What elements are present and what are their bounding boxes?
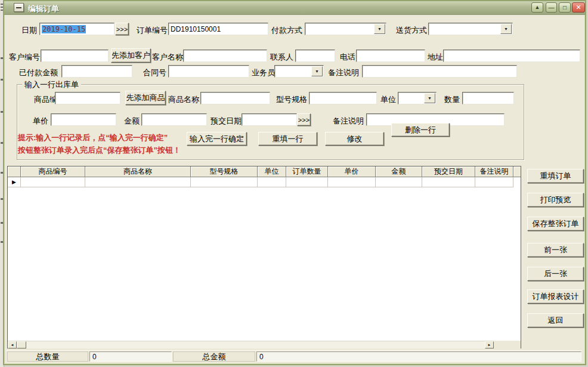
grid-header-unit[interactable]: 单位 bbox=[258, 166, 286, 177]
refill-line-button[interactable]: 重填一行 bbox=[258, 132, 317, 146]
total-amount-value: 0 bbox=[256, 351, 581, 362]
customer-no-input[interactable] bbox=[41, 50, 109, 62]
cell-spec[interactable] bbox=[191, 177, 258, 187]
grid-header-filler bbox=[513, 166, 521, 177]
salesman-label: 业务员 bbox=[252, 67, 275, 78]
remark-input[interactable] bbox=[362, 65, 517, 78]
grid-header-product-name[interactable]: 商品名称 bbox=[85, 166, 191, 177]
add-product-button[interactable]: 先添加商品 bbox=[125, 91, 166, 105]
status-bar: 总数量 0 总金额 0 bbox=[6, 350, 582, 362]
grid-header-product-no[interactable]: 商品编号 bbox=[21, 166, 85, 177]
date-label: 日期 bbox=[21, 25, 37, 36]
amount-label: 金额 bbox=[124, 116, 140, 127]
paid-amount-label: 已付款金额 bbox=[19, 67, 58, 78]
scroll-left-icon[interactable]: ◄ bbox=[8, 341, 17, 349]
customer-no-label: 客户编号 bbox=[9, 52, 40, 63]
cell-product-no[interactable] bbox=[21, 177, 85, 187]
payment-label: 付款方式 bbox=[271, 25, 302, 36]
price-input[interactable] bbox=[51, 113, 116, 126]
cell-product-name[interactable] bbox=[85, 177, 191, 187]
grid-header-price[interactable]: 单价 bbox=[328, 166, 376, 177]
customer-name-input[interactable] bbox=[183, 50, 267, 62]
next-order-button[interactable]: 后一张 bbox=[527, 267, 584, 281]
delete-line-button[interactable]: 删除一行 bbox=[391, 123, 450, 137]
total-qty-label: 总数量 bbox=[7, 351, 88, 362]
paid-amount-input[interactable] bbox=[61, 65, 132, 78]
grid-header-order-qty[interactable]: 订单数量 bbox=[286, 166, 328, 177]
dropdown-arrow-icon[interactable]: ▼ bbox=[311, 66, 323, 76]
product-name-label: 商品名称 bbox=[168, 94, 199, 105]
groupbox-title: 输入一行出库单 bbox=[22, 79, 81, 90]
customer-name-label: 客户名称 bbox=[152, 52, 183, 63]
salesman-select[interactable]: ▼ bbox=[274, 65, 324, 78]
total-qty-value: 0 bbox=[89, 351, 172, 362]
add-customer-button[interactable]: 先添加客户 bbox=[111, 48, 151, 63]
contract-no-input[interactable] bbox=[168, 65, 249, 78]
maximize-button[interactable]: □ bbox=[559, 2, 571, 13]
price-label: 单价 bbox=[33, 116, 48, 127]
contract-no-label: 合同号 bbox=[143, 67, 166, 78]
dropdown-arrow-icon[interactable]: ▼ bbox=[424, 93, 435, 103]
scrollbar-thumb[interactable] bbox=[17, 341, 26, 349]
contact-label: 联系人 bbox=[270, 52, 293, 63]
product-name-input[interactable] bbox=[200, 92, 270, 104]
cell-unit[interactable] bbox=[258, 177, 286, 187]
grid-header-spec[interactable]: 型号规格 bbox=[191, 166, 258, 177]
cell-amount[interactable] bbox=[376, 177, 422, 187]
dropdown-arrow-icon[interactable]: ▼ bbox=[374, 24, 385, 34]
print-preview-button[interactable]: 打印预览 bbox=[527, 193, 584, 207]
grid-horizontal-scrollbar[interactable]: ◄ ► bbox=[8, 341, 494, 349]
payment-select[interactable]: ▼ bbox=[305, 23, 386, 35]
rollup-button[interactable]: ▲ bbox=[531, 2, 543, 13]
total-amount-label: 总金额 bbox=[173, 351, 255, 362]
cell-filler bbox=[513, 177, 521, 187]
confirm-line-button[interactable]: 输入完一行确定 bbox=[187, 132, 247, 146]
order-lines-grid: 商品编号 商品名称 型号规格 单位 订单数量 单价 金额 预交日期 备注说明 ▶ bbox=[7, 166, 521, 349]
delivery-select[interactable]: ▼ bbox=[428, 23, 513, 35]
titlebar[interactable] bbox=[4, 1, 585, 15]
modify-button[interactable]: 修改 bbox=[325, 132, 384, 146]
cell-order-qty[interactable] bbox=[286, 177, 328, 187]
cell-due-date[interactable] bbox=[422, 177, 475, 187]
grid-header-amount[interactable]: 金额 bbox=[376, 166, 422, 177]
close-button[interactable]: ✕ bbox=[572, 2, 585, 13]
refill-order-button[interactable]: 重填订单 bbox=[527, 169, 584, 183]
unit-select[interactable]: ▼ bbox=[398, 92, 437, 104]
date-input[interactable]: 2019-10-15 bbox=[39, 23, 114, 35]
phone-input[interactable] bbox=[356, 50, 425, 62]
cell-remark[interactable] bbox=[475, 177, 513, 187]
cell-price[interactable] bbox=[328, 177, 376, 187]
scrollbar-track[interactable] bbox=[26, 341, 485, 349]
scroll-right-icon[interactable]: ► bbox=[485, 341, 494, 349]
unit-label: 单位 bbox=[380, 94, 396, 105]
hint-line-1: 提示:输入一行记录后，点“输入完一行确定” bbox=[18, 132, 168, 143]
amount-input[interactable] bbox=[141, 113, 207, 126]
table-row[interactable]: ▶ bbox=[8, 177, 521, 187]
due-date-picker-button[interactable]: >>> bbox=[297, 113, 311, 126]
order-no-label: 订单编号 bbox=[137, 25, 168, 36]
grid-header-remark[interactable]: 备注说明 bbox=[475, 166, 513, 177]
remark-label: 备注说明 bbox=[328, 67, 359, 78]
order-no-input[interactable] bbox=[168, 23, 268, 35]
delivery-label: 送货方式 bbox=[396, 25, 427, 36]
due-date-input[interactable] bbox=[242, 113, 297, 126]
save-order-button[interactable]: 保存整张订单 bbox=[527, 217, 584, 231]
contact-input[interactable] bbox=[295, 50, 335, 62]
window-title: 编辑订单 bbox=[28, 4, 59, 14]
address-input[interactable] bbox=[443, 50, 580, 62]
previous-order-button[interactable]: 前一张 bbox=[527, 243, 584, 257]
grid-header-due-date[interactable]: 预交日期 bbox=[422, 166, 475, 177]
product-no-input[interactable] bbox=[55, 92, 120, 104]
report-design-button[interactable]: 订单报表设计 bbox=[527, 289, 584, 304]
return-button[interactable]: 返回 bbox=[527, 313, 584, 328]
qty-input[interactable] bbox=[462, 92, 514, 104]
spec-input[interactable] bbox=[309, 92, 377, 104]
scrollbar-corner-filler bbox=[494, 341, 521, 349]
date-value: 2019-10-15 bbox=[42, 25, 86, 33]
grid-header-selector bbox=[8, 166, 21, 177]
date-picker-button[interactable]: >>> bbox=[115, 23, 129, 35]
minimize-button[interactable]: — bbox=[546, 2, 557, 13]
dropdown-arrow-icon[interactable]: ▼ bbox=[500, 24, 512, 34]
hint-line-2: 按钮整张订单录入完后点“保存整张订单”按钮！ bbox=[18, 145, 181, 156]
qty-label: 数量 bbox=[444, 94, 460, 105]
